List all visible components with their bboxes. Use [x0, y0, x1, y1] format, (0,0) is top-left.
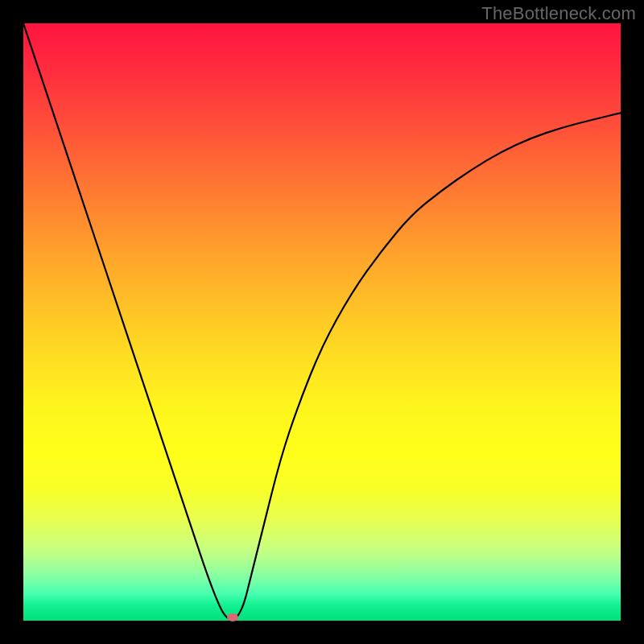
watermark-text: TheBottleneck.com	[481, 3, 636, 24]
chart-frame: TheBottleneck.com	[0, 0, 644, 644]
plot-area	[23, 23, 621, 621]
minimum-marker	[227, 613, 238, 621]
curve-layer	[23, 23, 621, 621]
bottleneck-curve	[23, 23, 621, 620]
